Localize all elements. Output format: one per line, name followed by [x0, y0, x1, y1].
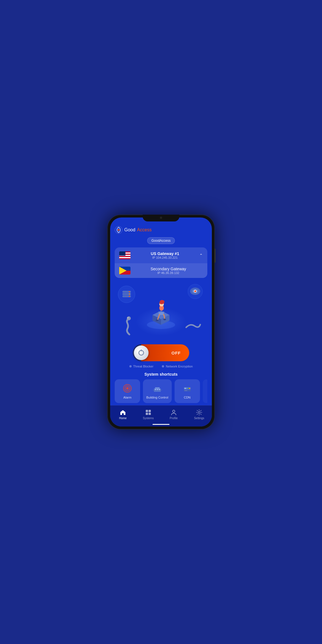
power-icon [138, 350, 144, 356]
person-illustration [144, 292, 178, 332]
nav-settings-label: Settings [194, 417, 204, 420]
svg-point-48 [173, 410, 175, 412]
svg-point-7 [129, 293, 130, 295]
volume-button [214, 249, 216, 263]
secondary-gateway-name: Secondary Gateway [134, 267, 203, 271]
logo: GoodAccess [115, 226, 152, 234]
secondary-gateway-ip: IP 46.36.39.132 [134, 271, 203, 275]
svg-rect-39 [184, 388, 186, 389]
svg-point-25 [163, 319, 166, 320]
primary-gateway-name: US Gateway #1 [134, 251, 196, 256]
cdn-label: CDN [184, 396, 191, 399]
app-badge: GoodAccess [147, 237, 175, 244]
nav-home[interactable]: Home [110, 408, 136, 421]
vpn-toggle[interactable]: OFF [133, 344, 189, 361]
svg-rect-35 [155, 389, 156, 390]
header: GoodAccess [115, 226, 207, 234]
alarm-label: Alarm [123, 396, 132, 399]
phone-screen: GoodAccess GoodAccess US Gateway #1 IP 1… [110, 217, 212, 427]
chevron-up-icon[interactable]: ⌃ [199, 253, 203, 258]
us-flag [119, 251, 130, 259]
svg-point-8 [129, 296, 130, 297]
svg-rect-44 [146, 410, 148, 412]
primary-gateway-info: US Gateway #1 IP 104.245.33.221 [134, 251, 196, 259]
svg-rect-33 [155, 387, 160, 389]
cdn-icon [182, 383, 192, 393]
encryption-dot [162, 365, 164, 367]
svg-rect-46 [146, 413, 148, 415]
systems-icon [145, 409, 152, 416]
network-encryption-label: Network Encryption [166, 365, 193, 368]
nav-systems-label: Systems [143, 417, 154, 420]
snake-right-icon [185, 320, 202, 334]
shortcuts-title: System shortcuts [115, 372, 207, 377]
secondary-gateway-info: Secondary Gateway IP 46.36.39.132 [134, 267, 203, 275]
shortcut-building-control[interactable]: Building Control [143, 379, 172, 403]
svg-point-31 [126, 387, 129, 390]
ph-flag [119, 267, 130, 275]
main-content: GoodAccess GoodAccess US Gateway #1 IP 1… [110, 217, 212, 405]
status-row: Threat Blocker Network Encryption [115, 365, 207, 368]
server-icon [118, 285, 136, 304]
building-control-label: Building Control [146, 396, 168, 399]
primary-gateway[interactable]: US Gateway #1 IP 104.245.33.221 ⌃ [115, 247, 207, 263]
svg-point-24 [156, 319, 158, 321]
phone-frame: GoodAccess GoodAccess US Gateway #1 IP 1… [107, 215, 215, 429]
notch [143, 215, 179, 221]
shortcuts-row: Alarm Building Control [115, 379, 207, 405]
svg-rect-45 [149, 410, 151, 412]
toggle-section: OFF [115, 344, 207, 361]
nav-systems[interactable]: Systems [136, 408, 161, 421]
home-icon [119, 409, 126, 416]
nav-settings[interactable]: Settings [186, 408, 212, 421]
svg-rect-43 [184, 390, 187, 391]
logo-icon [115, 226, 123, 234]
svg-point-6 [129, 291, 130, 292]
threat-blocker-status: Threat Blocker [129, 365, 154, 368]
toggle-thumb [134, 345, 149, 360]
svg-point-14 [195, 291, 195, 291]
nav-profile[interactable]: Profile [161, 408, 186, 421]
nav-home-label: Home [119, 417, 127, 420]
profile-icon [170, 409, 177, 416]
svg-point-49 [198, 412, 200, 414]
bottom-nav: Home Systems [110, 405, 212, 427]
svg-point-28 [128, 317, 128, 318]
threat-blocker-label: Threat Blocker [133, 365, 154, 368]
logo-good-text: Good [124, 227, 135, 232]
building-control-icon [152, 383, 162, 393]
network-encryption-status: Network Encryption [162, 365, 193, 368]
gateway-card[interactable]: US Gateway #1 IP 104.245.33.221 ⌃ Second… [115, 247, 207, 278]
shortcut-alarm[interactable]: Alarm [115, 379, 140, 403]
secondary-gateway[interactable]: Secondary Gateway IP 46.36.39.132 [115, 263, 207, 278]
home-indicator [153, 424, 169, 425]
svg-point-26 [127, 316, 131, 320]
svg-rect-47 [149, 413, 151, 415]
camera [160, 217, 162, 219]
snake-left-icon [123, 316, 136, 336]
shortcut-extra[interactable] [203, 379, 207, 403]
nav-profile-label: Profile [170, 417, 178, 420]
settings-icon [196, 409, 203, 416]
svg-point-41 [188, 388, 189, 389]
cloud-threat-icon [188, 284, 203, 299]
illustration-area [115, 282, 207, 341]
svg-point-40 [189, 388, 190, 389]
threat-dot [129, 365, 132, 367]
svg-rect-37 [159, 389, 160, 390]
toggle-state-label: OFF [171, 351, 181, 355]
logo-access-text: Access [137, 227, 152, 232]
alarm-icon [122, 383, 132, 393]
svg-rect-36 [157, 389, 158, 390]
svg-point-1 [118, 229, 119, 231]
shortcut-cdn[interactable]: CDN [175, 379, 200, 403]
primary-gateway-ip: IP 104.245.33.221 [134, 256, 196, 259]
